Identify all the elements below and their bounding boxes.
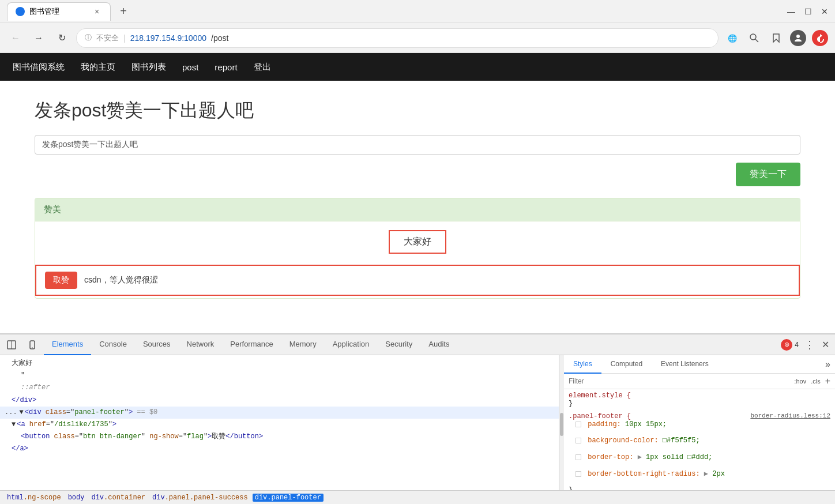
- dislike-button[interactable]: 取赞: [45, 272, 77, 289]
- panel-success: 赞美 大家好 取赞 csdn，等人觉得很涩: [35, 198, 800, 299]
- prop-checkbox[interactable]: [576, 422, 581, 427]
- breadcrumb-container[interactable]: div.container: [89, 494, 148, 502]
- elem-button[interactable]: <button class="btn btn-danger" ng-show="…: [0, 431, 559, 443]
- elem-a-tag[interactable]: ▼ <a href="/dislike/1735">: [0, 419, 559, 431]
- elem-close-div[interactable]: </div>: [0, 394, 559, 407]
- url-bar[interactable]: ⓘ 不安全 | 218.197.154.9:10000 /post: [76, 28, 719, 48]
- error-badge: ⊗: [781, 339, 792, 351]
- browser-tab[interactable]: 图书管理 ×: [7, 2, 111, 21]
- svg-point-9: [32, 347, 33, 348]
- filter-hov[interactable]: :hov: [794, 378, 806, 385]
- tab-close-button[interactable]: ×: [92, 6, 102, 17]
- styles-tab-event-listeners[interactable]: Event Listeners: [652, 355, 718, 374]
- forward-button[interactable]: →: [30, 29, 47, 47]
- add-style-button[interactable]: +: [825, 376, 830, 386]
- svg-text:🌐: 🌐: [728, 33, 738, 43]
- svg-line-3: [755, 39, 758, 42]
- devtools-close-button[interactable]: ✕: [818, 339, 833, 350]
- prop-checkbox[interactable]: [576, 454, 581, 460]
- styles-tab-computed[interactable]: Computed: [601, 355, 652, 374]
- submit-button[interactable]: 赞美一下: [736, 163, 800, 186]
- profile-icon[interactable]: [790, 30, 806, 46]
- prop-checkbox[interactable]: [576, 438, 581, 443]
- minimize-button[interactable]: —: [787, 7, 795, 16]
- elem-line[interactable]: 大家好: [0, 358, 559, 370]
- nav-booklist[interactable]: 图书列表: [130, 59, 167, 75]
- restore-button[interactable]: ☐: [804, 7, 812, 16]
- nav-home[interactable]: 我的主页: [80, 59, 116, 75]
- devtools-tab-audits[interactable]: Audits: [420, 334, 457, 355]
- devtools-tab-elements[interactable]: Elements: [44, 334, 91, 355]
- error-count: 4: [795, 341, 799, 349]
- app-navigation: 图书借阅系统 我的主页 图书列表 post report 登出: [0, 53, 835, 81]
- devtools-tab-console[interactable]: Console: [91, 334, 135, 355]
- close-button[interactable]: ✕: [821, 7, 828, 16]
- styles-tabs: Styles Computed Event Listeners »: [564, 355, 835, 374]
- update-icon[interactable]: [812, 30, 828, 46]
- prop-checkbox[interactable]: [576, 471, 581, 477]
- address-bar: ← → ↻ ⓘ 不安全 | 218.197.154.9:10000 /post …: [0, 23, 835, 53]
- main-content: 发条post赞美一下出题人吧 赞美一下 赞美 大家好 取赞 csdn，等人觉得很…: [0, 81, 835, 333]
- address-actions: 🌐: [724, 30, 828, 46]
- devtools-inspect-icon[interactable]: [2, 336, 21, 354]
- url-separator: |: [123, 33, 126, 43]
- elem-close-a[interactable]: </a>: [0, 443, 559, 455]
- panel-footer: 取赞 csdn，等人觉得很涩: [35, 265, 800, 296]
- devtools-tab-security[interactable]: Security: [377, 334, 420, 355]
- security-icon: ⓘ: [85, 33, 92, 43]
- styles-more-button[interactable]: »: [821, 359, 835, 370]
- hello-text: 大家好: [389, 230, 446, 254]
- nav-post[interactable]: post: [181, 60, 200, 74]
- scroll-thumb[interactable]: [560, 413, 563, 436]
- style-rule-element: element.style { }: [569, 392, 830, 408]
- panel-heading: 赞美: [35, 198, 800, 221]
- tab-favicon: [16, 7, 25, 16]
- post-input[interactable]: [35, 135, 800, 155]
- devtools-tab-application[interactable]: Application: [325, 334, 378, 355]
- devtools-mobile-icon[interactable]: [23, 336, 42, 354]
- style-source-link[interactable]: border-radius.less:12: [750, 412, 830, 419]
- breadcrumb-panel[interactable]: div.panel.panel-success: [150, 494, 250, 502]
- nav-logout[interactable]: 登出: [253, 59, 272, 75]
- svg-point-5: [796, 35, 800, 38]
- styles-filter-input[interactable]: [569, 377, 789, 385]
- styles-body: element.style { } .panel-footer { border…: [564, 389, 835, 490]
- breadcrumb-html[interactable]: html.ng-scope: [5, 494, 63, 502]
- nav-brand[interactable]: 图书借阅系统: [12, 59, 66, 75]
- style-rule-panel-footer: .panel-footer { border-radius.less:12 pa…: [569, 412, 830, 490]
- svg-point-0: [17, 9, 23, 14]
- breadcrumb-body[interactable]: body: [66, 494, 87, 502]
- tab-title: 图书管理: [29, 6, 59, 17]
- bookmark-icon[interactable]: [768, 30, 784, 46]
- styles-filter: :hov .cls +: [564, 374, 835, 389]
- back-button[interactable]: ←: [7, 29, 24, 47]
- styles-tab-styles[interactable]: Styles: [564, 355, 601, 374]
- elem-panel-footer[interactable]: ... ▼ <div class="panel-footer"> == $0: [0, 407, 559, 419]
- devtools-tab-memory[interactable]: Memory: [281, 334, 325, 355]
- window-controls: — ☐ ✕: [787, 7, 828, 16]
- filter-cls[interactable]: .cls: [811, 378, 821, 385]
- devtools-tab-performance[interactable]: Performance: [222, 334, 281, 355]
- zoom-icon[interactable]: [746, 30, 762, 46]
- devtools-more-button[interactable]: ⋮: [801, 338, 818, 351]
- devtools-body: 大家好 " ::after </div> ... ▼ <div class="p…: [0, 355, 835, 490]
- elem-line[interactable]: ": [0, 370, 559, 382]
- new-tab-button[interactable]: +: [115, 3, 131, 20]
- url-path: /post: [211, 33, 228, 43]
- nav-report[interactable]: report: [213, 60, 238, 74]
- devtools-tab-network[interactable]: Network: [179, 334, 223, 355]
- devtools-tab-sources[interactable]: Sources: [135, 334, 179, 355]
- breadcrumb-panel-footer[interactable]: div.panel-footer: [253, 494, 324, 502]
- elem-pseudo-after[interactable]: ::after: [0, 382, 559, 394]
- elements-scrollbar[interactable]: [559, 355, 564, 490]
- translate-icon[interactable]: 🌐: [724, 30, 740, 46]
- svg-marker-4: [773, 34, 779, 42]
- url-domain: 218.197.154.9:10000: [130, 33, 206, 43]
- dislike-text: csdn，等人觉得很涩: [84, 275, 158, 285]
- devtools-tabs: Elements Console Sources Network Perform…: [0, 334, 835, 355]
- elements-panel: 大家好 " ::after </div> ... ▼ <div class="p…: [0, 355, 559, 490]
- svg-point-2: [750, 34, 756, 40]
- panel-body: 大家好: [35, 221, 800, 262]
- refresh-button[interactable]: ↻: [53, 29, 70, 47]
- devtools-panel: Elements Console Sources Network Perform…: [0, 333, 835, 504]
